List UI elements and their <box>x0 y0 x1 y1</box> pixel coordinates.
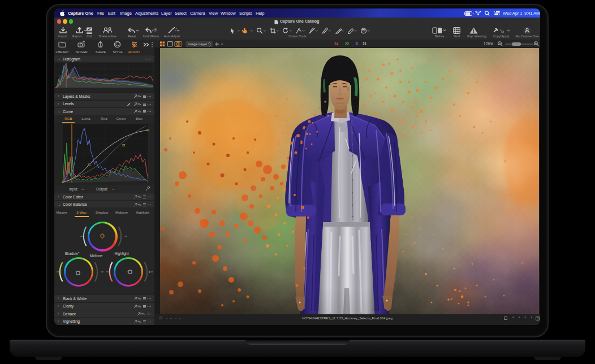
svg-text:TETHER: TETHER <box>75 50 88 54</box>
svg-text:--: -- <box>103 89 105 92</box>
svg-text:--: -- <box>57 89 59 92</box>
svg-text:LIBRARY: LIBRARY <box>56 50 69 54</box>
svg-text:--: -- <box>149 89 152 92</box>
svg-text:ADJUST: ADJUST <box>128 50 141 54</box>
svg-text:SHAPE: SHAPE <box>96 50 106 54</box>
svg-text:STYLE: STYLE <box>113 50 122 54</box>
